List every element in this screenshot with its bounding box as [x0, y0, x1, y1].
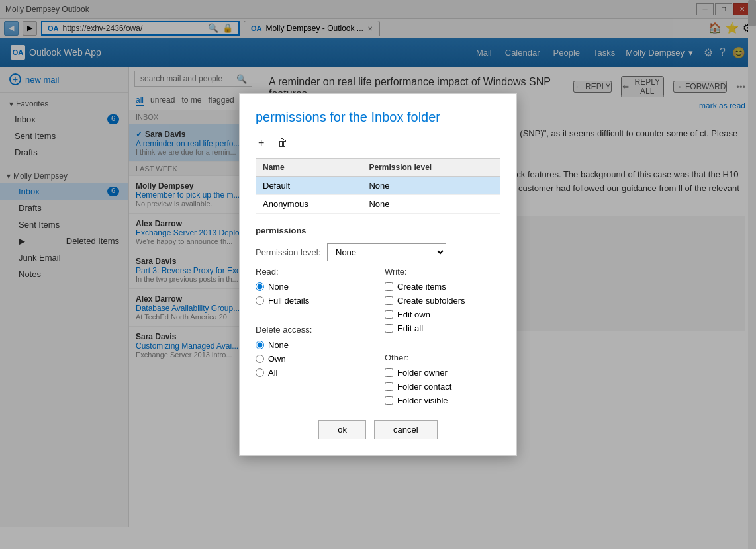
permission-level-row: Permission level: None Owner Editor	[256, 243, 500, 261]
table-cell-level-0: None	[362, 177, 500, 195]
table-cell-name-1: Anonymous	[256, 195, 363, 214]
modal-buttons: ok cancel	[256, 420, 500, 439]
folder-contact-checkbox[interactable]: Folder contact	[385, 382, 500, 392]
modal-overlay: permissions for the Inbox folder + 🗑 Nam…	[0, 0, 756, 527]
table-cell-level-1: None	[362, 195, 500, 214]
edit-own-checkbox[interactable]: Edit own	[385, 310, 500, 319]
folder-owner-input[interactable]	[385, 368, 393, 377]
create-subfolders-label: Create subfolders	[397, 296, 465, 306]
folder-owner-label: Folder owner	[397, 368, 448, 378]
read-none-radio[interactable]: None	[256, 282, 371, 292]
ok-button[interactable]: ok	[318, 420, 366, 439]
write-column: Write: Create items Create subfolders Ed…	[385, 267, 500, 409]
read-column: Read: None Full details Delete access: N…	[256, 267, 371, 409]
add-permission-button[interactable]: +	[256, 136, 267, 150]
create-items-checkbox[interactable]: Create items	[385, 282, 500, 292]
create-subfolders-input[interactable]	[385, 296, 393, 305]
delete-all-label: All	[268, 368, 277, 378]
edit-own-label: Edit own	[397, 310, 430, 319]
folder-visible-input[interactable]	[385, 396, 393, 405]
table-header-level: Permission level	[362, 159, 500, 177]
delete-all-radio[interactable]: All	[256, 368, 371, 378]
edit-all-checkbox[interactable]: Edit all	[385, 323, 500, 333]
delete-permission-button[interactable]: 🗑	[275, 136, 291, 150]
other-label: Other:	[385, 353, 500, 362]
read-none-input[interactable]	[256, 282, 264, 291]
table-header-name: Name	[256, 159, 363, 177]
permissions-section-label: permissions	[256, 226, 500, 235]
delete-all-input[interactable]	[256, 368, 264, 377]
modal-title: permissions for the Inbox folder	[256, 110, 500, 125]
read-full-input[interactable]	[256, 296, 264, 305]
write-label: Write:	[385, 267, 500, 276]
delete-access-label: Delete access:	[256, 325, 371, 335]
delete-none-radio[interactable]: None	[256, 340, 371, 350]
create-subfolders-checkbox[interactable]: Create subfolders	[385, 296, 500, 306]
read-full-label: Full details	[268, 296, 309, 306]
folder-contact-input[interactable]	[385, 382, 393, 391]
folder-visible-label: Folder visible	[397, 396, 448, 405]
permission-level-dropdown[interactable]: None Owner Editor	[327, 243, 446, 261]
delete-own-radio[interactable]: Own	[256, 354, 371, 364]
read-full-radio[interactable]: Full details	[256, 296, 371, 306]
edit-own-input[interactable]	[385, 310, 393, 319]
permissions-columns: Read: None Full details Delete access: N…	[256, 267, 500, 409]
edit-all-label: Edit all	[397, 323, 423, 333]
folder-visible-checkbox[interactable]: Folder visible	[385, 396, 500, 405]
create-items-label: Create items	[397, 282, 446, 292]
permissions-modal: permissions for the Inbox folder + 🗑 Nam…	[239, 93, 517, 456]
modal-toolbar: + 🗑	[256, 136, 500, 150]
create-items-input[interactable]	[385, 282, 393, 291]
table-row-anonymous[interactable]: Anonymous None	[256, 195, 500, 214]
cancel-button[interactable]: cancel	[374, 420, 438, 439]
table-cell-name-0: Default	[256, 177, 363, 195]
folder-owner-checkbox[interactable]: Folder owner	[385, 368, 500, 378]
read-label: Read:	[256, 267, 371, 276]
edit-all-input[interactable]	[385, 324, 393, 333]
permission-level-label: Permission level:	[256, 247, 322, 257]
permissions-table: Name Permission level Default None Anony…	[256, 158, 500, 214]
delete-own-label: Own	[268, 354, 286, 364]
delete-own-input[interactable]	[256, 355, 264, 363]
delete-none-input[interactable]	[256, 341, 264, 349]
folder-contact-label: Folder contact	[397, 382, 451, 392]
read-none-label: None	[268, 282, 289, 292]
table-row-default[interactable]: Default None	[256, 177, 500, 195]
delete-none-label: None	[268, 340, 289, 350]
